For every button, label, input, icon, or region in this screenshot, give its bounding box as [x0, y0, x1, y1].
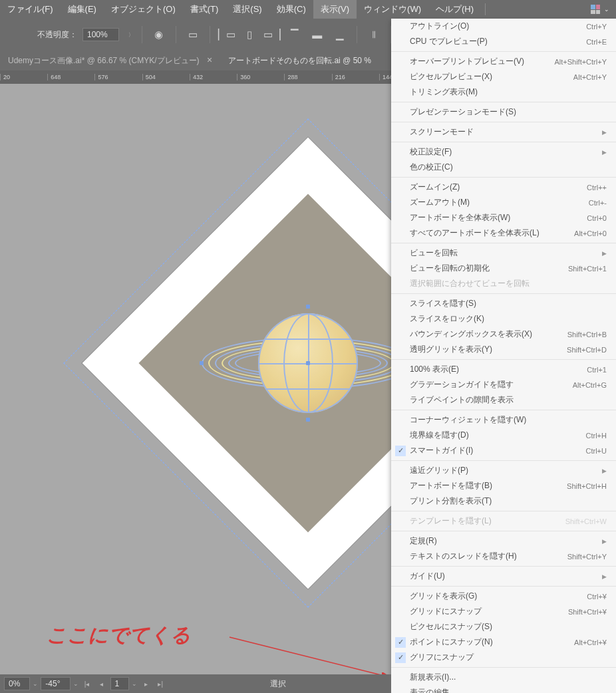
- artboard-last-icon[interactable]: ▸|: [154, 678, 166, 690]
- tab-label: アートボードそのものを回転.ai @ 50 %: [228, 56, 371, 65]
- menu-item[interactable]: ビューを回転の初期化Shift+Ctrl+1: [391, 261, 616, 276]
- annotation-text: ここにでてくる: [47, 622, 191, 649]
- menu-window[interactable]: ウィンドウ(W): [357, 0, 428, 19]
- menu-shortcut: Shift+Ctrl+D: [567, 346, 607, 354]
- menu-separator: [391, 102, 616, 102]
- menu-item[interactable]: 定規(R)▶: [391, 533, 616, 549]
- opacity-dropdown-icon[interactable]: 〉: [128, 31, 134, 39]
- menu-object[interactable]: オブジェクト(O): [104, 0, 183, 19]
- menu-item[interactable]: 新規表示(I)...: [391, 670, 616, 685]
- artboard-index-field[interactable]: 1: [110, 677, 130, 690]
- align-right-icon[interactable]: ▭▕: [263, 26, 281, 43]
- menu-shortcut: Shift+Ctrl+W: [565, 517, 607, 525]
- tab-document-2[interactable]: アートボードそのものを回転.ai @ 50 %: [220, 51, 379, 70]
- menu-item[interactable]: スライスをロック(K): [391, 311, 616, 327]
- planet-illustration[interactable]: [202, 307, 414, 420]
- menu-separator: [391, 142, 616, 142]
- menu-item[interactable]: ライブペイントの隙間を表示: [391, 392, 616, 408]
- zoom-field[interactable]: 0%: [4, 677, 30, 690]
- ruler-tick: 360: [237, 74, 284, 80]
- align-vcenter-icon[interactable]: ▬: [309, 26, 326, 43]
- menu-item[interactable]: 遠近グリッド(P)▶: [391, 463, 616, 478]
- menu-item[interactable]: ピクセルにスナップ(S): [391, 619, 616, 634]
- menu-item[interactable]: アウトライン(O)Ctrl+Y: [391, 19, 616, 34]
- doc-setup-icon[interactable]: ▭: [184, 26, 202, 43]
- menu-shortcut: Ctrl+0: [587, 214, 607, 222]
- artboard-first-icon[interactable]: |◂: [81, 678, 93, 690]
- style-swatch-icon[interactable]: ◉: [150, 26, 168, 43]
- artboard-prev-icon[interactable]: ◂: [96, 678, 108, 690]
- menu-item-label: アウトライン(O): [410, 21, 469, 32]
- toolbar-sep: [357, 26, 357, 43]
- menu-edit[interactable]: 編集(E): [61, 0, 104, 19]
- workspace-icon: [591, 5, 600, 14]
- menu-item[interactable]: オーバープリントプレビュー(V)Alt+Shift+Ctrl+Y: [391, 54, 616, 69]
- menu-separator: [391, 359, 616, 360]
- tab-close-icon[interactable]: ×: [207, 55, 212, 65]
- toolbar-sep: [176, 26, 176, 43]
- menu-item[interactable]: ✓グリフにスナップ: [391, 650, 616, 665]
- menu-item[interactable]: プレゼンテーションモード(S): [391, 104, 616, 120]
- check-icon: ✓: [395, 652, 406, 663]
- menu-item[interactable]: コーナーウィジェットを隠す(W): [391, 412, 616, 428]
- submenu-arrow-icon: ▶: [602, 250, 607, 257]
- menu-shortcut: Shift+Ctrl+1: [568, 265, 607, 273]
- menu-item-label: すべてのアートボードを全体表示(L): [410, 227, 539, 239]
- check-icon: ✓: [395, 637, 406, 648]
- toolbar-sep: [142, 26, 142, 43]
- align-bottom-icon[interactable]: ▁: [331, 26, 349, 43]
- menu-item[interactable]: トリミング表示(M): [391, 84, 616, 100]
- menu-item[interactable]: スライスを隠す(S): [391, 296, 616, 311]
- menu-item[interactable]: バウンディングボックスを表示(X)Shift+Ctrl+B: [391, 327, 616, 342]
- menu-item[interactable]: 100% 表示(E)Ctrl+1: [391, 362, 616, 377]
- menu-select[interactable]: 選択(S): [226, 0, 269, 19]
- menu-item[interactable]: 校正設定(F)▶: [391, 144, 616, 160]
- menu-view[interactable]: 表示(V): [313, 0, 357, 19]
- menu-item[interactable]: すべてのアートボードを全体表示(L)Alt+Ctrl+0: [391, 225, 616, 241]
- menu-item-label: CPU でプレビュー(P): [410, 36, 488, 47]
- align-left-icon[interactable]: ▏▭: [218, 26, 235, 43]
- tab-document-1[interactable]: Udemyコース画像.ai* @ 66.67 % (CMYK/プレビュー) ×: [0, 50, 220, 70]
- menu-shortcut: Alt+Ctrl+¥: [574, 638, 607, 646]
- align-hcenter-icon[interactable]: ▯: [241, 26, 258, 43]
- menu-item[interactable]: 色の校正(C): [391, 160, 616, 175]
- ruler-tick: 504: [142, 74, 190, 80]
- menu-item[interactable]: グラデーションガイドを隠すAlt+Ctrl+G: [391, 377, 616, 392]
- menu-item[interactable]: アートボードを隠す(B)Shift+Ctrl+H: [391, 478, 616, 493]
- menu-item[interactable]: プリント分割を表示(T): [391, 493, 616, 509]
- menu-item[interactable]: CPU でプレビュー(P)Ctrl+E: [391, 34, 616, 49]
- menu-item[interactable]: グリッドを表示(G)Ctrl+¥: [391, 589, 616, 604]
- menu-item[interactable]: 表示の編集...: [391, 685, 616, 693]
- menu-item[interactable]: ガイド(U)▶: [391, 569, 616, 584]
- align-top-icon[interactable]: ▔: [286, 26, 303, 43]
- menu-item[interactable]: ビューを回転▶: [391, 245, 616, 261]
- ruler-tick: 576: [94, 74, 142, 80]
- menu-item[interactable]: ズームアウト(M)Ctrl+-: [391, 195, 616, 210]
- chevron-down-icon[interactable]: ⌄: [132, 680, 137, 687]
- distribute-icon[interactable]: ⦀: [365, 26, 383, 43]
- menu-item[interactable]: アートボードを全体表示(W)Ctrl+0: [391, 210, 616, 225]
- menu-item[interactable]: ✓ポイントにスナップ(N)Alt+Ctrl+¥: [391, 634, 616, 650]
- menu-item[interactable]: ✓スマートガイド(I)Ctrl+U: [391, 443, 616, 458]
- menu-item[interactable]: ピクセルプレビュー(X)Alt+Ctrl+Y: [391, 69, 616, 84]
- chevron-down-icon[interactable]: ⌄: [73, 680, 78, 687]
- menu-item[interactable]: スクリーンモード▶: [391, 124, 616, 140]
- menu-item[interactable]: グリッドにスナップShift+Ctrl+¥: [391, 604, 616, 619]
- menu-type[interactable]: 書式(T): [183, 0, 226, 19]
- artboard-next-icon[interactable]: ▸: [140, 678, 152, 690]
- menu-item-label: 100% 表示(E): [410, 364, 459, 375]
- menu-shortcut: Ctrl+H: [586, 432, 607, 440]
- menu-item[interactable]: ズームイン(Z)Ctrl++: [391, 180, 616, 195]
- menu-effect[interactable]: 効果(C): [269, 0, 313, 19]
- chevron-down-icon[interactable]: ⌄: [33, 680, 38, 687]
- workspace-switcher[interactable]: ⌄: [584, 5, 616, 14]
- menu-item[interactable]: テキストのスレッドを隠す(H)Shift+Ctrl+Y: [391, 549, 616, 564]
- rotation-field[interactable]: -45°: [41, 677, 70, 690]
- menu-file[interactable]: ファイル(F): [0, 0, 61, 19]
- menu-item[interactable]: 透明グリッドを表示(Y)Shift+Ctrl+D: [391, 342, 616, 357]
- menu-item-label: スライスを隠す(S): [410, 298, 476, 309]
- toolbar-sep: [210, 26, 210, 43]
- menu-item[interactable]: 境界線を隠す(D)Ctrl+H: [391, 428, 616, 443]
- menu-help[interactable]: ヘルプ(H): [428, 0, 481, 19]
- opacity-field[interactable]: 100%: [82, 28, 119, 41]
